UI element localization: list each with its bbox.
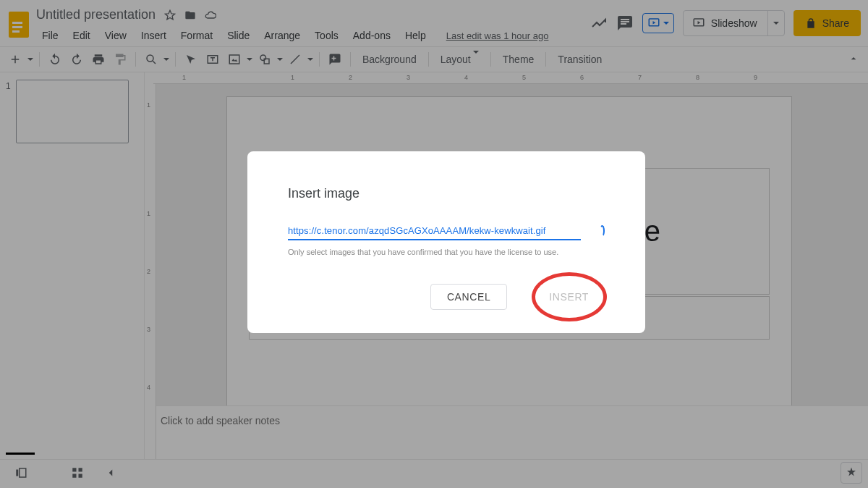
insert-button[interactable]: INSERT — [533, 284, 605, 310]
loading-spinner-icon — [600, 225, 605, 237]
image-url-input[interactable] — [288, 222, 581, 240]
bottom-bar — [0, 459, 868, 488]
cancel-button[interactable]: CANCEL — [430, 284, 507, 310]
app-header: Untitled presentation File Edit View Ins… — [0, 0, 868, 46]
background-button[interactable]: Background — [357, 54, 422, 65]
menu-view[interactable]: View — [99, 27, 132, 44]
select-tool-button[interactable] — [182, 50, 200, 69]
print-button[interactable] — [89, 50, 108, 69]
textbox-tool-button[interactable] — [203, 50, 222, 69]
toolbar: Background Layout Theme Transition — [0, 46, 868, 72]
analytics-icon[interactable] — [590, 14, 608, 32]
play-icon — [692, 17, 705, 30]
annotation-circle — [532, 272, 607, 321]
svg-rect-12 — [79, 474, 82, 477]
menu-arrange[interactable]: Arrange — [258, 27, 306, 44]
undo-button[interactable] — [46, 50, 64, 69]
menu-format[interactable]: Format — [175, 27, 218, 44]
redo-button[interactable] — [67, 50, 86, 69]
menu-edit[interactable]: Edit — [67, 27, 96, 44]
shape-caret[interactable] — [277, 58, 283, 61]
star-icon[interactable] — [164, 9, 176, 21]
image-tool-button[interactable] — [225, 50, 244, 69]
slide-thumbnail[interactable] — [16, 80, 129, 143]
present-caret-icon[interactable] — [663, 22, 669, 25]
collapse-toolbar-button[interactable] — [848, 53, 859, 67]
lock-icon — [805, 17, 817, 29]
zoom-button[interactable] — [142, 50, 161, 69]
slideshow-button[interactable]: Slideshow — [683, 10, 785, 36]
dialog-hint: Only select images that you have confirm… — [288, 248, 605, 256]
menu-slide[interactable]: Slide — [221, 27, 255, 44]
layout-button[interactable]: Layout — [435, 54, 485, 65]
svg-rect-10 — [79, 468, 82, 471]
slideshow-caret[interactable] — [768, 22, 784, 25]
comments-icon[interactable] — [616, 14, 634, 32]
grid-view-button[interactable] — [71, 466, 84, 482]
transition-button[interactable]: Transition — [552, 54, 608, 65]
speaker-notes[interactable]: Click to add speaker notes — [156, 405, 868, 459]
svg-rect-11 — [72, 474, 76, 477]
svg-point-2 — [147, 55, 153, 62]
shape-tool-button[interactable] — [255, 50, 274, 69]
paint-format-button[interactable] — [111, 50, 129, 69]
svg-point-5 — [260, 55, 266, 61]
menu-insert[interactable]: Insert — [135, 27, 172, 44]
menu-tools[interactable]: Tools — [309, 27, 344, 44]
new-slide-button[interactable] — [6, 50, 25, 69]
svg-rect-8 — [20, 468, 26, 477]
line-tool-button[interactable] — [286, 50, 305, 69]
slide-number: 1 — [6, 80, 16, 143]
dialog-title: Insert image — [288, 186, 605, 201]
image-caret[interactable] — [247, 58, 252, 61]
filmstrip[interactable]: 1 — [0, 72, 145, 459]
share-label: Share — [822, 17, 849, 29]
horizontal-ruler: 1 1 2 3 4 5 6 7 8 9 — [153, 72, 868, 84]
filmstrip-view-button[interactable] — [14, 466, 27, 482]
vertical-ruler: 1 1 2 3 4 — [145, 72, 156, 459]
slideshow-label: Slideshow — [711, 17, 757, 29]
insert-image-dialog: Insert image Only select images that you… — [247, 151, 645, 333]
line-caret[interactable] — [307, 58, 313, 61]
filmstrip-selection-bar — [6, 453, 35, 455]
menu-help[interactable]: Help — [399, 27, 432, 44]
last-edit-link[interactable]: Last edit was 1 hour ago — [441, 28, 555, 44]
new-slide-caret[interactable] — [27, 58, 33, 61]
doc-title[interactable]: Untitled presentation — [36, 7, 156, 22]
theme-button[interactable]: Theme — [497, 54, 540, 65]
zoom-caret[interactable] — [163, 58, 169, 61]
share-button[interactable]: Share — [793, 10, 861, 36]
svg-rect-4 — [229, 55, 239, 64]
svg-rect-7 — [16, 469, 18, 476]
collapse-filmstrip-button[interactable] — [104, 466, 117, 482]
slides-logo[interactable] — [6, 9, 30, 41]
add-comment-button[interactable] — [326, 50, 344, 69]
move-to-icon[interactable] — [184, 9, 196, 21]
svg-rect-9 — [72, 468, 76, 471]
menu-addons[interactable]: Add-ons — [347, 27, 396, 44]
present-button[interactable] — [642, 13, 674, 33]
menu-file[interactable]: File — [36, 27, 64, 44]
explore-button[interactable] — [841, 462, 862, 484]
cloud-saved-icon[interactable] — [205, 9, 216, 21]
